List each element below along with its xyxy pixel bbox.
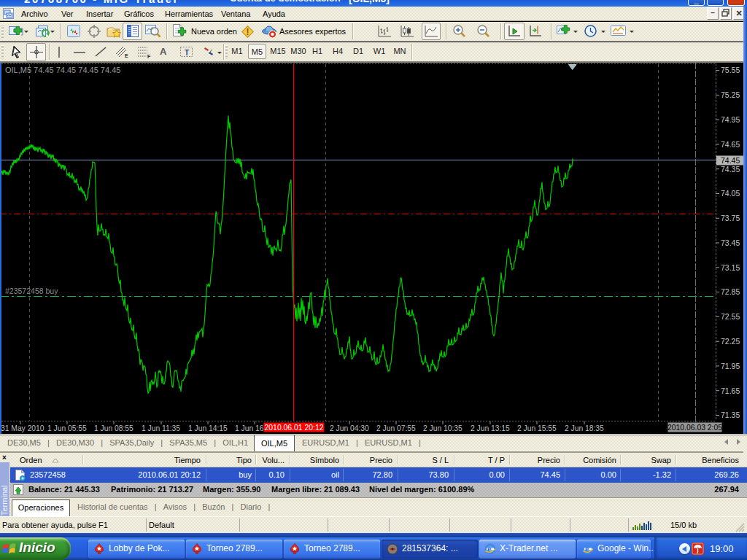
svg-text:2 Jun 15:55: 2 Jun 15:55: [517, 424, 557, 432]
svg-text:71.35: 71.35: [721, 411, 740, 419]
svg-text:2 Jun 13:15: 2 Jun 13:15: [471, 424, 510, 432]
svg-text:2010.06.03 2:05: 2010.06.03 2:05: [667, 424, 722, 432]
svg-text:2010.06.01 20:12: 2010.06.01 20:12: [265, 424, 324, 432]
svg-text:74.45: 74.45: [721, 156, 740, 165]
svg-text:73.75: 73.75: [721, 214, 740, 222]
svg-text:2 Jun 10:35: 2 Jun 10:35: [423, 424, 462, 432]
svg-text:74.05: 74.05: [721, 189, 740, 198]
svg-text:#23572458 buy: #23572458 buy: [5, 287, 58, 295]
svg-text:31 May 2010: 31 May 2010: [1, 424, 44, 432]
svg-text:1 Jun 14:15: 1 Jun 14:15: [188, 424, 228, 432]
svg-text:1 Jun 08:55: 1 Jun 08:55: [94, 424, 133, 432]
svg-text:E: E: [125, 53, 128, 58]
svg-text:71.65: 71.65: [721, 386, 740, 395]
svg-text:75.25: 75.25: [721, 90, 740, 99]
svg-text:72.85: 72.85: [721, 287, 740, 296]
svg-text:72.55: 72.55: [721, 312, 740, 321]
svg-text:74.95: 74.95: [721, 115, 740, 124]
svg-text:1 Jun 11:35: 1 Jun 11:35: [142, 424, 180, 432]
svg-text:2 Jun 04:30: 2 Jun 04:30: [330, 424, 369, 432]
svg-text:OIL,M5 74.45 74.45 74.45 74.4: OIL,M5 74.45 74.45 74.45 74.45: [5, 66, 120, 74]
svg-text:71.95: 71.95: [721, 362, 740, 370]
svg-text:1 Jun 05:55: 1 Jun 05:55: [47, 424, 87, 432]
svg-text:73.15: 73.15: [721, 263, 740, 272]
svg-text:!: !: [247, 27, 249, 37]
svg-text:74.65: 74.65: [721, 140, 740, 149]
svg-text:2 Jun 18:35: 2 Jun 18:35: [565, 424, 604, 432]
svg-text:T: T: [185, 49, 189, 57]
svg-text:75.55: 75.55: [721, 66, 740, 74]
svg-text:F: F: [147, 54, 151, 59]
svg-text:72.25: 72.25: [721, 337, 740, 346]
svg-text:74.35: 74.35: [721, 165, 740, 174]
svg-text:2 Jun 07:55: 2 Jun 07:55: [376, 424, 416, 432]
svg-text:73.45: 73.45: [721, 238, 740, 247]
